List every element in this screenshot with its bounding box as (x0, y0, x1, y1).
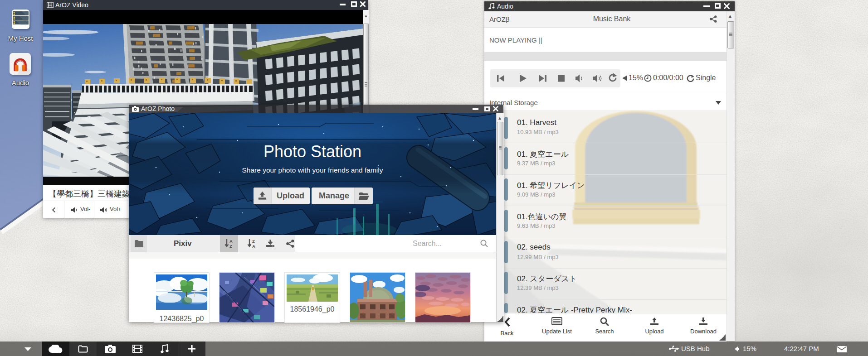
svg-text:Z: Z (229, 244, 232, 249)
svg-text:Share your photo with your fri: Share your photo with your friends and f… (242, 166, 383, 174)
svg-text:A: A (229, 239, 233, 244)
svg-text:Z: Z (252, 239, 255, 244)
svg-text:Photo Station: Photo Station (263, 142, 361, 161)
svg-text:A: A (252, 244, 255, 249)
